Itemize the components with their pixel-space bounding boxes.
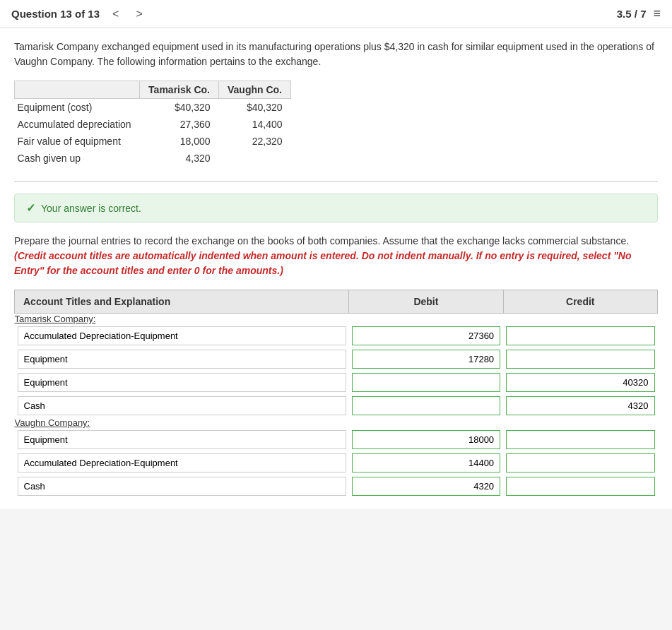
journal-entry-row	[15, 347, 658, 371]
data-table: Tamarisk Co. Vaughn Co. Equipment (cost)…	[14, 81, 291, 167]
debit-input[interactable]	[352, 396, 500, 415]
instruction-text1: Prepare the journal entries to record th…	[14, 235, 629, 246]
debit-input[interactable]	[352, 373, 500, 392]
row-vaughn: $40,320	[219, 99, 291, 117]
data-table-row: Equipment (cost) $40,320 $40,320	[15, 99, 291, 117]
debit-input[interactable]	[352, 350, 500, 369]
credit-cell	[503, 428, 657, 451]
col-credit-header: Credit	[503, 290, 657, 314]
journal-entry-row	[15, 324, 658, 347]
section-label: Tamarisk Company:	[15, 314, 658, 325]
row-tamarisk: 18,000	[140, 133, 219, 150]
row-vaughn	[219, 150, 291, 167]
data-table-row: Accumulated depreciation 27,360 14,400	[15, 116, 291, 133]
credit-input[interactable]	[506, 396, 654, 415]
menu-icon[interactable]: ≡	[653, 6, 661, 21]
account-cell	[15, 347, 349, 371]
debit-cell	[349, 451, 503, 475]
account-input[interactable]	[18, 350, 346, 369]
row-tamarisk: 27,360	[140, 116, 219, 133]
debit-cell	[349, 371, 503, 394]
debit-input[interactable]	[352, 430, 500, 449]
debit-cell	[349, 324, 503, 347]
row-vaughn: 22,320	[219, 133, 291, 150]
journal-table: Account Titles and Explanation Debit Cre…	[14, 290, 658, 498]
credit-input[interactable]	[506, 430, 654, 449]
account-cell	[15, 451, 349, 475]
credit-cell	[503, 475, 657, 498]
account-cell	[15, 371, 349, 394]
journal-entry-row	[15, 394, 658, 417]
col-header-tamarisk: Tamarisk Co.	[140, 81, 219, 99]
account-input[interactable]	[18, 373, 346, 392]
credit-input[interactable]	[506, 477, 654, 496]
section-label-row: Tamarisk Company:	[15, 314, 658, 325]
journal-entry-row	[15, 371, 658, 394]
journal-entry-row	[15, 475, 658, 498]
answer-text: Your answer is correct.	[41, 203, 141, 214]
next-button[interactable]: >	[131, 6, 146, 22]
score-display: 3.5 / 7	[617, 8, 647, 20]
answer-banner: ✓ Your answer is correct.	[14, 194, 658, 222]
credit-cell	[503, 371, 657, 394]
credit-input[interactable]	[506, 453, 654, 472]
account-cell	[15, 428, 349, 451]
account-input[interactable]	[18, 453, 346, 472]
credit-cell	[503, 394, 657, 417]
account-input[interactable]	[18, 430, 346, 449]
col-header-vaughn: Vaughn Co.	[219, 81, 291, 99]
top-bar-left: Question 13 of 13 < >	[11, 6, 147, 22]
instruction-text: Prepare the journal entries to record th…	[14, 234, 658, 278]
prev-button[interactable]: <	[108, 6, 123, 22]
debit-cell	[349, 428, 503, 451]
debit-cell	[349, 475, 503, 498]
account-input[interactable]	[18, 396, 346, 415]
credit-cell	[503, 451, 657, 475]
top-bar: Question 13 of 13 < > 3.5 / 7 ≡	[0, 0, 672, 28]
account-cell	[15, 475, 349, 498]
debit-input[interactable]	[352, 453, 500, 472]
account-cell	[15, 394, 349, 417]
data-table-row: Fair value of equipment 18,000 22,320	[15, 133, 291, 150]
row-label: Accumulated depreciation	[15, 116, 140, 133]
debit-cell	[349, 347, 503, 371]
row-tamarisk: $40,320	[140, 99, 219, 117]
row-label: Fair value of equipment	[15, 133, 140, 150]
credit-input[interactable]	[506, 326, 654, 345]
col-account-header: Account Titles and Explanation	[15, 290, 349, 314]
debit-cell	[349, 394, 503, 417]
col-header-label	[15, 81, 140, 99]
journal-entry-row	[15, 428, 658, 451]
question-label: Question 13 of 13	[11, 8, 100, 20]
row-vaughn: 14,400	[219, 116, 291, 133]
col-debit-header: Debit	[349, 290, 503, 314]
credit-input[interactable]	[506, 350, 654, 369]
top-bar-right: 3.5 / 7 ≡	[617, 6, 661, 21]
account-input[interactable]	[18, 477, 346, 496]
section-label-row: Vaughn Company:	[15, 417, 658, 428]
credit-input[interactable]	[506, 373, 654, 392]
row-label: Cash given up	[15, 150, 140, 167]
instruction-text2: (Credit account titles are automatically…	[14, 250, 632, 276]
row-tamarisk: 4,320	[140, 150, 219, 167]
credit-cell	[503, 324, 657, 347]
question-text: Tamarisk Company exchanged equipment use…	[14, 40, 658, 69]
debit-input[interactable]	[352, 477, 500, 496]
separator	[14, 181, 658, 182]
data-table-row: Cash given up 4,320	[15, 150, 291, 167]
row-label: Equipment (cost)	[15, 99, 140, 117]
section-label: Vaughn Company:	[15, 417, 658, 428]
main-content: Tamarisk Company exchanged equipment use…	[0, 28, 672, 509]
debit-input[interactable]	[352, 326, 500, 345]
account-input[interactable]	[18, 326, 346, 345]
check-icon: ✓	[26, 201, 35, 215]
journal-entry-row	[15, 451, 658, 475]
account-cell	[15, 324, 349, 347]
credit-cell	[503, 347, 657, 371]
